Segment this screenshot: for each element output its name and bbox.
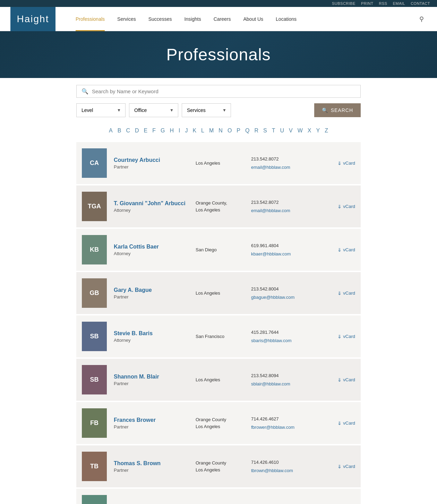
vcard-label: vCard — [343, 464, 355, 469]
download-icon: ⇓ — [337, 160, 342, 166]
alpha-letter-r[interactable]: R — [254, 128, 258, 134]
services-dropdown[interactable]: Services Insurance Litigation Employment — [182, 104, 231, 117]
email-link[interactable]: EMAIL — [393, 1, 405, 6]
vcard-label: vCard — [343, 420, 355, 426]
prof-vcard[interactable]: ⇓vCard — [327, 420, 355, 426]
subscribe-link[interactable]: SUBSCRIBE — [332, 1, 355, 6]
alpha-letter-x[interactable]: X — [308, 128, 311, 134]
alpha-letter-f[interactable]: F — [152, 128, 156, 134]
alpha-letter-j[interactable]: J — [185, 128, 188, 134]
alpha-letter-p[interactable]: P — [237, 128, 240, 134]
prof-name[interactable]: Stevie B. Baris — [114, 330, 153, 336]
logo[interactable]: Haight — [10, 7, 55, 31]
alpha-letter-m[interactable]: M — [209, 128, 214, 134]
rss-link[interactable]: RSS — [379, 1, 387, 6]
alpha-letter-q[interactable]: Q — [245, 128, 249, 134]
search-button[interactable]: 🔍 SEARCH — [314, 103, 361, 117]
alpha-letter-t[interactable]: T — [272, 128, 275, 134]
alpha-letter-k[interactable]: K — [192, 128, 196, 134]
prof-email[interactable]: sbaris@hbblaw.com — [251, 338, 292, 343]
alpha-letter-n[interactable]: N — [218, 128, 223, 134]
prof-email[interactable]: email@hbblaw.com — [251, 208, 290, 213]
prof-vcard[interactable]: ⇓vCard — [327, 290, 355, 296]
nav-locations[interactable]: Locations — [269, 7, 303, 31]
prof-name[interactable]: Karla Cottis Baer — [114, 244, 159, 250]
nav-successes[interactable]: Successes — [142, 7, 178, 31]
alpha-letter-a[interactable]: A — [109, 128, 113, 134]
nav-careers[interactable]: Careers — [207, 7, 237, 31]
alpha-letter-s[interactable]: S — [263, 128, 267, 134]
alpha-letter-i[interactable]: I — [179, 128, 180, 134]
prof-contact: 415.281.7611 nbrummel@hbblaw.com — [251, 502, 320, 504]
alpha-letter-c[interactable]: C — [126, 128, 130, 134]
alpha-letter-l[interactable]: L — [201, 128, 204, 134]
prof-email[interactable]: sblair@hbblaw.com — [251, 381, 290, 386]
alpha-letter-d[interactable]: D — [135, 128, 139, 134]
prof-email[interactable]: email@hbblaw.com — [251, 165, 290, 170]
alpha-letter-o[interactable]: O — [228, 128, 232, 134]
alpha-letter-z[interactable]: Z — [325, 128, 328, 134]
main-nav: Professionals Services Successes Insight… — [69, 7, 427, 31]
table-row: NB Nicholas B. Brummel Partner Sacrament… — [76, 489, 361, 504]
search-input[interactable] — [92, 88, 355, 94]
office-dropdown[interactable]: Office Los Angeles Orange County San Die… — [129, 104, 178, 117]
vcard-label: vCard — [343, 204, 355, 209]
alpha-letter-y[interactable]: Y — [316, 128, 320, 134]
alpha-letter-u[interactable]: U — [280, 128, 284, 134]
prof-email[interactable]: tbrown@hbblaw.com — [251, 468, 293, 473]
prof-name[interactable]: Gary A. Bague — [114, 287, 152, 293]
table-row: KB Karla Cottis Baer Attorney San Diego … — [76, 229, 361, 271]
alpha-letter-g[interactable]: G — [161, 128, 165, 134]
prof-phone: 714.426.4627 — [251, 415, 320, 423]
hero-section: Professionals — [0, 31, 437, 78]
nav-professionals[interactable]: Professionals — [69, 7, 111, 31]
alpha-letter-e[interactable]: E — [144, 128, 148, 134]
office-dropdown-wrap: Office Los Angeles Orange County San Die… — [129, 103, 178, 117]
prof-contact: 213.542.8094 sblair@hbblaw.com — [251, 372, 320, 388]
prof-vcard[interactable]: ⇓vCard — [327, 334, 355, 339]
level-dropdown[interactable]: Level Partner Attorney Of Counsel — [77, 104, 125, 117]
prof-office: Los Angeles — [196, 290, 244, 297]
prof-name[interactable]: Thomas S. Brown — [114, 460, 161, 466]
prof-vcard[interactable]: ⇓vCard — [327, 204, 355, 209]
nav-search-icon[interactable]: ⚲ — [417, 12, 427, 26]
prof-email[interactable]: kbaer@hbblaw.com — [251, 251, 291, 257]
alpha-letter-b[interactable]: B — [118, 128, 121, 134]
prof-name[interactable]: Courtney Arbucci — [114, 157, 160, 163]
prof-office: Orange CountyLos Angeles — [196, 416, 244, 430]
contact-link[interactable]: CONTACT — [411, 1, 430, 6]
prof-name[interactable]: Shannon M. Blair — [114, 374, 159, 380]
prof-name[interactable]: Frances Brower — [114, 417, 156, 423]
nav-insights[interactable]: Insights — [178, 7, 207, 31]
vcard-label: vCard — [343, 377, 355, 382]
logo-text: Haight — [17, 14, 49, 25]
alpha-letter-v[interactable]: V — [289, 128, 293, 134]
utility-bar: SUBSCRIBE PRINT RSS EMAIL CONTACT — [0, 0, 437, 7]
vcard-label: vCard — [343, 290, 355, 296]
prof-vcard[interactable]: ⇓vCard — [327, 464, 355, 469]
prof-title: Partner — [114, 468, 189, 473]
alpha-letter-h[interactable]: H — [170, 128, 174, 134]
prof-vcard[interactable]: ⇓vCard — [327, 247, 355, 253]
prof-info: Karla Cottis Baer Attorney — [114, 244, 189, 256]
prof-office: Los Angeles — [196, 376, 244, 383]
prof-vcard[interactable]: ⇓vCard — [327, 160, 355, 166]
prof-contact: 619.961.4804 kbaer@hbblaw.com — [251, 242, 320, 258]
alpha-letter-w[interactable]: W — [298, 128, 303, 134]
prof-title: Attorney — [114, 208, 189, 213]
nav-about-us[interactable]: About Us — [237, 7, 269, 31]
prof-name[interactable]: T. Giovanni "John" Arbucci — [114, 200, 186, 206]
prof-vcard[interactable]: ⇓vCard — [327, 377, 355, 383]
alphabet-filter: ABCDEFGHIJKLMNOPQRSTUVWXYZ — [0, 128, 437, 134]
prof-email[interactable]: gbague@hbblaw.com — [251, 295, 294, 300]
prof-phone: 415.281.7611 — [251, 502, 320, 504]
prof-email[interactable]: fbrower@hbblaw.com — [251, 425, 294, 430]
prof-title: Partner — [114, 294, 189, 299]
services-dropdown-wrap: Services Insurance Litigation Employment… — [182, 103, 231, 117]
print-link[interactable]: PRINT — [361, 1, 374, 6]
nav-services[interactable]: Services — [111, 7, 142, 31]
prof-office: Orange County,Los Angeles — [196, 200, 244, 213]
download-icon: ⇓ — [337, 377, 342, 383]
avatar: GB — [82, 278, 107, 308]
download-icon: ⇓ — [337, 334, 342, 339]
